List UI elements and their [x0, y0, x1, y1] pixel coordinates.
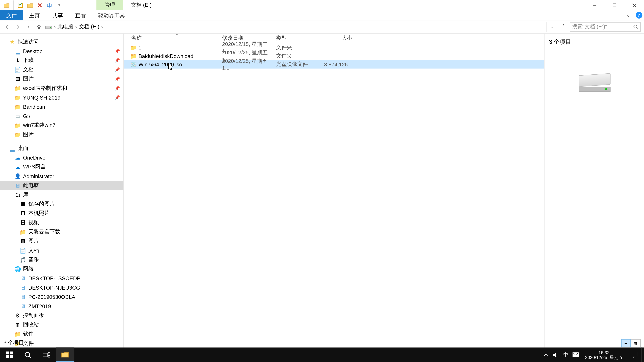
refresh-button[interactable] — [558, 21, 568, 32]
show-desktop-button[interactable] — [642, 348, 644, 362]
system-tray[interactable]: 中 — [541, 352, 582, 358]
forward-button[interactable] — [12, 21, 23, 32]
file-row[interactable]: 📁1 2020/12/15, 星期二 1... 文件夹 — [124, 43, 544, 52]
breadcrumb-root[interactable]: 此电脑 — [58, 23, 74, 30]
column-date[interactable]: 修改日期 — [222, 34, 276, 42]
ime-indicator[interactable]: 中 — [563, 352, 568, 358]
tree-network[interactable]: 🌐网络 — [0, 265, 124, 274]
tree-label: DESKTOP-NJEU3CG — [28, 285, 80, 291]
tree-wps[interactable]: ☁WPS网盘 — [0, 162, 124, 171]
tree-label: 本机照片 — [28, 210, 50, 217]
tree-label: 文档 — [28, 247, 39, 254]
qat-new-folder-icon[interactable] — [25, 0, 35, 10]
tree-desktop[interactable]: ▂Desktop📌 — [0, 46, 124, 56]
tree-label: 快速访问 — [18, 38, 39, 45]
contextual-tab-label[interactable]: 管理 — [96, 0, 123, 10]
tree-bandicam[interactable]: 📁Bandicam — [0, 102, 124, 111]
user-icon: 👤 — [14, 173, 21, 180]
tree-label: 软件 — [23, 330, 34, 338]
tree-pc3[interactable]: 🖥PC-20190530OBLA — [0, 292, 124, 302]
tree-pictures[interactable]: 🖼图片📌 — [0, 74, 124, 83]
up-button[interactable] — [34, 21, 44, 32]
tree-pictures2[interactable]: 📁图片 — [0, 130, 124, 139]
tree-documents[interactable]: 📄文档📌 — [0, 65, 124, 74]
help-button[interactable]: ? — [634, 10, 644, 20]
thumbnails-view-button[interactable]: ▦ — [631, 339, 641, 347]
explorer-taskbar-button[interactable] — [56, 348, 74, 362]
breadcrumb[interactable]: › 此电脑 › 文档 (E:) › — [44, 23, 546, 30]
tree-excel[interactable]: 📁excel表格制作求和📌 — [0, 84, 124, 93]
clock[interactable]: 16:32 2020/12/25, 星期五 — [582, 349, 626, 361]
search-input[interactable]: 搜索"文档 (E:)" — [570, 22, 641, 32]
tree-pc2[interactable]: 🖥DESKTOP-NJEU3CG — [0, 283, 124, 292]
tree-control-panel[interactable]: ⚙控制面板 — [0, 311, 124, 320]
volume-icon[interactable] — [553, 352, 559, 358]
tray-chevron-up-icon[interactable] — [544, 353, 548, 357]
qat-dropdown-icon[interactable]: ▾ — [54, 0, 64, 10]
search-icon[interactable] — [633, 24, 638, 29]
tab-file[interactable]: 文件 — [0, 10, 23, 20]
tree-software[interactable]: 📁软件 — [0, 329, 124, 339]
tab-share[interactable]: 共享 — [46, 10, 69, 20]
tab-home[interactable]: 主页 — [23, 10, 46, 20]
drive-icon — [45, 24, 52, 29]
tree-lib-music[interactable]: 🎵音乐 — [0, 255, 124, 264]
tree-quick-access[interactable]: ★快速访问 — [0, 37, 124, 46]
nav-tree[interactable]: ★快速访问 ▂Desktop📌 ⬇下载📌 📄文档📌 🖼图片📌 📁excel表格制… — [0, 33, 124, 352]
qat-properties-icon[interactable] — [16, 0, 25, 10]
search-button[interactable] — [18, 348, 37, 362]
close-button[interactable] — [624, 0, 644, 10]
onedrive-icon: ☁ — [14, 154, 21, 161]
tree-onedrive[interactable]: ☁OneDrive — [0, 153, 124, 162]
qat-rename-icon[interactable] — [44, 0, 54, 10]
file-type: 文件夹 — [276, 44, 321, 51]
svg-point-7 — [634, 25, 637, 28]
tree-lib-docs[interactable]: 📄文档 — [0, 246, 124, 255]
tree-yunqishi[interactable]: 📁YUNQISHI2019📌 — [0, 93, 124, 102]
start-button[interactable] — [0, 348, 18, 362]
tree-win7reinstall[interactable]: 📁win7重装win7 — [0, 121, 124, 130]
action-center-button[interactable] — [626, 348, 642, 362]
breadcrumb-sep[interactable]: › — [53, 24, 57, 30]
tree-admin[interactable]: 👤Administrator — [0, 172, 124, 181]
taskbar[interactable]: 中 16:32 2020/12/25, 星期五 — [0, 348, 644, 362]
maximize-button[interactable] — [604, 0, 624, 10]
folder-icon: 📁 — [130, 44, 137, 51]
address-dropdown[interactable]: ⌄ — [547, 21, 558, 32]
tree-pc1[interactable]: 🖥DESKTOP-LSSOEDP — [0, 274, 124, 283]
mail-icon[interactable] — [573, 352, 579, 357]
recent-dropdown[interactable]: ▾ — [23, 21, 34, 32]
svg-rect-16 — [48, 352, 50, 354]
file-row[interactable]: 💿Win7x64_2020.iso 2020/12/25, 星期五 1... 光… — [124, 60, 544, 68]
file-list[interactable]: ▲ 名称 修改日期 类型 大小 📁1 2020/12/15, 星期二 1... … — [124, 33, 545, 352]
tree-videos[interactable]: 🎞视频 — [0, 218, 124, 227]
tree-camera-roll[interactable]: 🖼本机照片 — [0, 209, 124, 218]
back-button[interactable] — [2, 21, 12, 32]
minimize-button[interactable] — [584, 0, 604, 10]
tree-libraries[interactable]: 🗂库 — [0, 190, 124, 199]
breadcrumb-current[interactable]: 文档 (E:) — [79, 23, 100, 30]
titlebar: ▾ 管理 文档 (E:) — [0, 0, 644, 10]
column-size[interactable]: 大小 — [321, 34, 356, 42]
task-view-button[interactable] — [37, 348, 56, 362]
column-name[interactable]: 名称 — [124, 34, 222, 42]
tree-desktop-cn[interactable]: ▂桌面 — [0, 144, 124, 153]
tab-view[interactable]: 查看 — [69, 10, 92, 20]
tree-gdrive[interactable]: ▭G:\ — [0, 111, 124, 121]
file-row[interactable]: 📁BaiduNetdiskDownload 2020/12/25, 星期五 1.… — [124, 52, 544, 60]
column-type[interactable]: 类型 — [276, 34, 321, 42]
breadcrumb-sep[interactable]: › — [74, 24, 78, 30]
tree-tianyi[interactable]: 📁天翼云盘下载 — [0, 227, 124, 237]
details-view-button[interactable]: ≣ — [621, 339, 631, 347]
qat-delete-icon[interactable] — [35, 0, 44, 10]
tree-pc4[interactable]: 🖥ZMT2019 — [0, 302, 124, 311]
tree-saved-pics[interactable]: 🖼保存的图片 — [0, 199, 124, 209]
tree-recycle[interactable]: 🗑回收站 — [0, 320, 124, 329]
tree-this-pc[interactable]: 🖥此电脑 — [0, 181, 124, 190]
tree-downloads[interactable]: ⬇下载📌 — [0, 56, 124, 65]
breadcrumb-sep[interactable]: › — [100, 24, 104, 30]
ribbon-collapse-icon[interactable]: ⌄ — [623, 10, 634, 20]
tab-drive-tools[interactable]: 驱动器工具 — [92, 10, 131, 20]
file-list-header[interactable]: ▲ 名称 修改日期 类型 大小 — [124, 33, 544, 43]
tree-lib-pictures[interactable]: 🖼图片 — [0, 237, 124, 246]
